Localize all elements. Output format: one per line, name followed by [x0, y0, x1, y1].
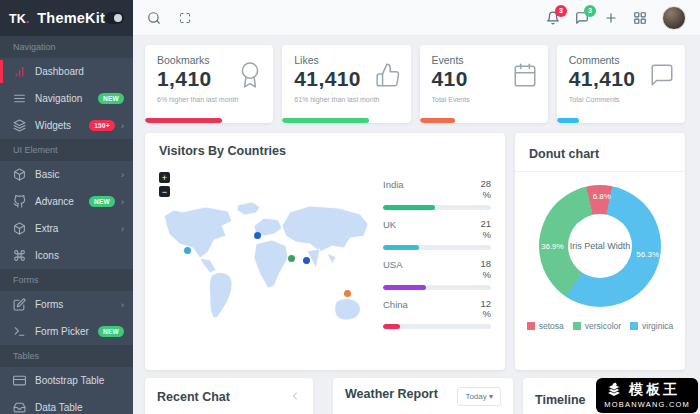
sidebar-item-form-picker[interactable]: Form Picker NEW [0, 318, 133, 345]
sidebar-item-advance[interactable]: Advance NEW › [0, 188, 133, 215]
world-map[interactable] [160, 195, 372, 335]
country-progress-track [383, 324, 491, 329]
sidebar-item-data-table[interactable]: Data Table [0, 394, 133, 414]
legend-swatch [573, 322, 581, 330]
sidebar-item-extra[interactable]: Extra › [0, 215, 133, 242]
sidebar-item-forms[interactable]: Forms › [0, 291, 133, 318]
thumbs-up-icon [375, 62, 401, 88]
add-button[interactable] [604, 11, 618, 25]
menu-icon [13, 92, 26, 105]
new-badge: NEW [98, 93, 124, 104]
map-zoom-controls: + − [159, 172, 170, 197]
credit-card-icon [13, 374, 26, 387]
user-avatar[interactable] [662, 6, 686, 30]
legend-item-versicolor[interactable]: versicolor [573, 321, 621, 331]
stat-card-likes[interactable]: Likes 41,410 61% higher than last month [282, 45, 410, 123]
book-stack-icon [604, 381, 624, 399]
visitors-panel: Visitors By Countries + − [145, 133, 505, 370]
search-button[interactable] [147, 11, 161, 25]
map-marker-usa[interactable] [184, 247, 191, 254]
count-badge: 150+ [89, 120, 115, 131]
recent-chat-title: Recent Chat [157, 390, 230, 404]
box-icon [13, 168, 26, 181]
stat-card-events[interactable]: Events 410 Total Events [420, 45, 548, 123]
sidebar-item-label: Widgets [35, 120, 71, 131]
stat-progress-bar [145, 118, 222, 123]
sidebar-item-label: Navigation [35, 93, 82, 104]
sidebar-item-label: Data Table [35, 402, 83, 413]
fullscreen-button[interactable] [173, 6, 197, 30]
sidebar-toggle-icon[interactable] [105, 12, 124, 24]
zoom-in-button[interactable]: + [159, 172, 170, 183]
country-row-india: India28% [383, 179, 491, 210]
brand-logo-mark: TK. [9, 11, 29, 26]
country-progress-track [383, 245, 491, 250]
country-value: 28% [480, 179, 491, 201]
country-progress-track [383, 205, 491, 210]
sidebar-item-label: Dashboard [35, 66, 84, 77]
sidebar-item-icons[interactable]: Icons [0, 242, 133, 269]
nav-section-forms: Forms [0, 269, 133, 291]
stat-progress-bar [282, 118, 369, 123]
stat-progress-bar [557, 118, 579, 123]
chevron-right-icon: › [121, 121, 124, 131]
country-name: India [383, 179, 404, 190]
map-marker-middle-east[interactable] [288, 255, 295, 262]
stat-progress-bar [420, 118, 456, 123]
apps-button[interactable] [633, 11, 647, 25]
sidebar: TK. ThemeKit Navigation Dashboard Naviga… [0, 0, 133, 414]
legend-item-virginica[interactable]: virginica [630, 321, 673, 331]
notifications-button[interactable]: 3 [546, 11, 560, 25]
inbox-icon [13, 401, 26, 414]
donut-center-label: Iris Petal Width [539, 185, 661, 307]
country-progress-fill [383, 205, 435, 210]
sidebar-item-label: Basic [35, 169, 59, 180]
messages-button[interactable]: 3 [575, 11, 589, 25]
sidebar-item-widgets[interactable]: Icons Widgets 150+ › [0, 112, 133, 139]
sidebar-item-label: Form Picker [35, 326, 89, 337]
nav-section-navigation: Navigation [0, 36, 133, 58]
stat-card-bookmarks[interactable]: Bookmarks 1,410 6% higher than last mont… [145, 45, 273, 123]
map-marker-australia[interactable] [344, 290, 351, 297]
nav-section-tables: Tables [0, 345, 133, 367]
donut-chart-panel: Donut chart 6.8% 36.9% 56.3% Iris Petal … [515, 133, 685, 370]
notification-count-badge: 3 [555, 5, 567, 17]
legend-swatch [527, 322, 535, 330]
recent-chat-panel: Recent Chat [145, 378, 313, 414]
country-list: India28% UK21% USA18% China12% [383, 179, 491, 338]
sidebar-item-navigation[interactable]: Navigation NEW [0, 85, 133, 112]
country-name: USA [383, 259, 403, 270]
maximize-icon [179, 12, 191, 24]
donut-ring[interactable]: 6.8% 36.9% 56.3% Iris Petal Width [539, 185, 661, 307]
country-progress-fill [383, 324, 400, 329]
sidebar-item-dashboard[interactable]: Dashboard [0, 58, 133, 85]
sidebar-item-basic[interactable]: Basic › [0, 161, 133, 188]
brand-logo[interactable]: TK. ThemeKit [0, 0, 133, 36]
map-marker-uk[interactable] [254, 232, 261, 239]
chevron-left-icon[interactable] [289, 390, 301, 402]
country-name: China [383, 299, 408, 310]
country-progress-track [383, 285, 491, 290]
nav-section-ui-element: UI Element [0, 139, 133, 161]
sidebar-item-label: Icons [35, 250, 59, 261]
stat-card-comments[interactable]: Comments 41,410 Total Comments [557, 45, 685, 123]
timeline-title: Timeline [535, 393, 585, 407]
brand-name: ThemeKit [37, 10, 105, 26]
search-icon [147, 11, 161, 25]
sidebar-item-label: Advance [35, 196, 74, 207]
today-dropdown-button[interactable]: Today ▾ [457, 387, 501, 406]
country-name: UK [383, 219, 396, 230]
stat-subtitle: Total Comments [569, 96, 673, 103]
legend-item-setosa[interactable]: setosa [527, 321, 564, 331]
country-progress-fill [383, 285, 426, 290]
map-marker-india[interactable] [303, 257, 310, 264]
edit-icon [13, 298, 26, 311]
sidebar-item-bootstrap-table[interactable]: Bootstrap Table [0, 367, 133, 394]
visitors-title: Visitors By Countries [159, 144, 491, 158]
calendar-icon [512, 62, 538, 88]
country-value: 21% [480, 219, 491, 241]
country-value: 12% [480, 299, 491, 321]
chevron-right-icon: › [121, 197, 124, 207]
chevron-right-icon: › [121, 300, 124, 310]
weather-report-title: Weather Report [345, 387, 438, 401]
